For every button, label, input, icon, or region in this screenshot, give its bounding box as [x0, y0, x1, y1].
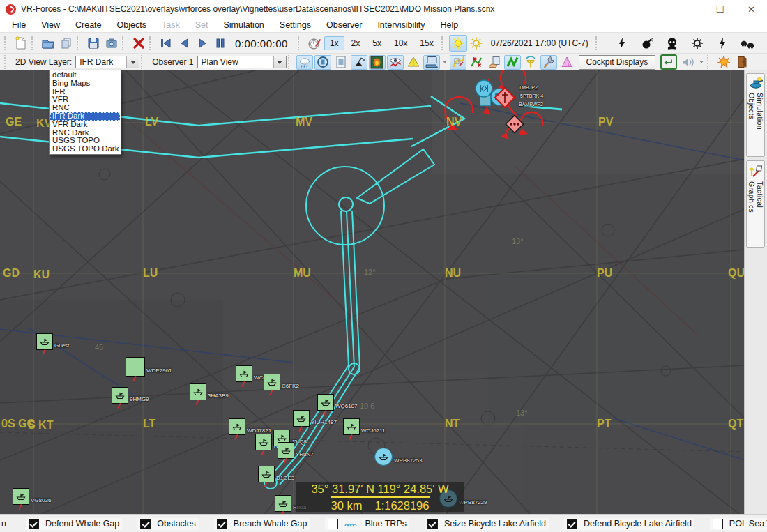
play-icon[interactable]	[193, 35, 211, 52]
eye-route-icon[interactable]	[387, 55, 404, 70]
unit-marker-yiuh1487[interactable]: YIUH1487	[293, 410, 310, 427]
checkbox[interactable]	[713, 519, 723, 529]
menu-item-view[interactable]: View	[33, 19, 68, 31]
tab-tactical-graphics[interactable]: Tactical Graphics	[746, 160, 765, 248]
lightning2-icon[interactable]	[713, 35, 731, 52]
unit-marker-wde2961[interactable]: WDE2961	[126, 357, 145, 377]
yellow-pyramid-icon[interactable]	[405, 55, 422, 70]
copy-stack-icon[interactable]	[57, 35, 75, 52]
new-document-icon[interactable]	[12, 35, 30, 52]
checkbox[interactable]	[328, 519, 338, 529]
unit-marker-d1ge3[interactable]: D1GE3	[258, 466, 275, 482]
save-icon[interactable]	[84, 35, 102, 52]
chevron-down-icon[interactable]	[699, 61, 704, 63]
overlay-toggle-pol-sea-tg[interactable]: POL Sea TG	[710, 518, 767, 530]
layer-option-usgs-topo-dark[interactable]: USGS TOPO Dark	[50, 145, 120, 153]
view-layer-dropdown-list[interactable]: defaultBing MapsIFRVFRRNCIFR DarkVFR Dar…	[49, 70, 121, 155]
speed-button-15x[interactable]: 15x	[414, 36, 439, 50]
checkbox[interactable]	[29, 519, 39, 529]
cockpit-displays-button[interactable]: Cockpit Displays	[579, 55, 656, 70]
radar-icon[interactable]	[351, 55, 367, 70]
unit-marker-wcq618[interactable]: WCQ618	[236, 365, 252, 382]
route-edit-icon[interactable]	[450, 55, 466, 70]
overlay-toggle-defend-whale-gap[interactable]: Defend Whale Gap	[26, 518, 122, 530]
step-back-icon[interactable]	[175, 35, 193, 52]
camera-icon[interactable]	[102, 35, 121, 52]
display-stack-icon[interactable]	[423, 55, 440, 70]
chevron-down-icon[interactable]	[443, 61, 447, 63]
close-button[interactable]: ✕	[736, 0, 767, 18]
menu-item-intervisibility[interactable]: Intervisibility	[370, 19, 432, 31]
unit-marker-vg8036[interactable]: VG8036	[13, 488, 29, 505]
unit-marker-pilkia[interactable]: Pilkia	[275, 495, 291, 512]
spark-gear-icon[interactable]	[688, 35, 706, 52]
unit-marker-wcj6211[interactable]: WCJ6211	[343, 418, 360, 435]
tools-icon[interactable]	[540, 55, 557, 70]
return-arrow-icon[interactable]	[660, 54, 677, 70]
observer-view-combobox[interactable]: Plan View	[197, 56, 287, 68]
sun-outline-icon[interactable]	[467, 35, 485, 52]
menu-item-simulation[interactable]: Simulation	[215, 19, 271, 31]
menu-item-file[interactable]: File	[4, 19, 33, 31]
hand-page-icon[interactable]	[486, 55, 503, 70]
overlay-toggle-blue-trps[interactable]: Blue TRPs	[325, 518, 409, 530]
checkbox[interactable]	[427, 519, 438, 529]
unit-marker-9hmg9[interactable]: 9HMG9	[112, 387, 128, 404]
checkbox[interactable]	[140, 519, 151, 529]
delete-x-icon[interactable]	[130, 35, 148, 52]
sun-filled-icon[interactable]	[449, 35, 467, 52]
building-page-icon[interactable]	[333, 55, 349, 70]
unit-marker-red-cross[interactable]	[492, 85, 517, 110]
overlay-toggle-breach-whale-gap[interactable]: Breach Whale Gap	[214, 518, 310, 530]
view-layer-combobox[interactable]: IFR Dark	[75, 56, 139, 68]
skull-icon[interactable]	[663, 35, 681, 52]
menu-item-create[interactable]: Create	[68, 19, 109, 31]
unit-marker-c6fk2[interactable]: C6FK2	[264, 374, 280, 390]
checkbox[interactable]	[217, 519, 227, 529]
pink-prism-icon[interactable]	[559, 55, 575, 70]
unit-marker-red-dots[interactable]	[503, 113, 526, 135]
unit-marker-wq6187[interactable]: WQ6187	[317, 394, 334, 411]
speaker-icon[interactable]	[680, 55, 697, 70]
lightning-icon[interactable]	[613, 35, 631, 52]
minimize-button[interactable]: —	[673, 0, 704, 18]
weather-cloud-icon[interactable]	[296, 55, 313, 70]
chevron-down-icon[interactable]	[126, 56, 139, 68]
menu-item-settings[interactable]: Settings	[272, 19, 319, 31]
vehicles-icon[interactable]	[738, 35, 757, 52]
thermal-square-icon[interactable]	[369, 55, 386, 70]
unit-marker-wdj7821[interactable]: WDJ7821	[229, 418, 245, 435]
bomb-icon[interactable]	[638, 35, 656, 52]
overlay-toggle-defend-bicycle-lake-airfield[interactable]: Defend Bicycle Lake Airfield	[564, 518, 694, 530]
tab-simulation-objects[interactable]: Simulation Objects	[746, 73, 765, 157]
route-delete-icon[interactable]	[468, 55, 485, 70]
unit-marker-yrun7[interactable]: YRuN7	[278, 442, 294, 459]
green-zigzag-icon[interactable]	[504, 55, 521, 70]
starburst-icon[interactable]	[715, 55, 732, 70]
stopwatch-icon[interactable]	[305, 35, 324, 52]
center-target-icon[interactable]	[314, 55, 331, 70]
chevron-down-icon[interactable]	[273, 56, 286, 68]
unit-marker-wpb87253[interactable]: WPB87253	[374, 448, 393, 466]
skip-to-start-icon[interactable]	[157, 35, 175, 52]
checkbox[interactable]	[567, 519, 577, 529]
layer-option-vfr-dark[interactable]: VFR Dark	[50, 121, 120, 129]
layer-option-bing-maps[interactable]: Bing Maps	[50, 79, 120, 88]
unit-marker-3ha3b9[interactable]: 3HA3B9	[190, 383, 206, 400]
overlay-toggle-seize-bicycle-lake-airfield[interactable]: Seize Bicycle Lake Airfield	[425, 518, 549, 530]
maximize-button[interactable]: ☐	[704, 0, 736, 18]
speed-button-5x[interactable]: 5x	[367, 36, 387, 50]
unit-marker-guest[interactable]: Guest	[36, 333, 53, 350]
open-folder-icon[interactable]	[39, 35, 57, 52]
overlay-toggle-obstacles[interactable]: Obstacles	[137, 518, 199, 530]
menu-item-objects[interactable]: Objects	[109, 19, 154, 31]
layer-option-ifr-dark[interactable]: IFR Dark	[50, 112, 120, 121]
speed-button-2x[interactable]: 2x	[346, 36, 366, 50]
menu-item-help[interactable]: Help	[432, 19, 466, 31]
pause-icon[interactable]	[211, 35, 229, 52]
stroller-icon[interactable]	[764, 35, 767, 52]
door-icon[interactable]	[734, 55, 750, 70]
unit-marker-wd[interactable]: WD	[255, 434, 272, 450]
antenna-icon[interactable]	[522, 55, 539, 70]
menu-item-observer[interactable]: Observer	[319, 19, 370, 31]
